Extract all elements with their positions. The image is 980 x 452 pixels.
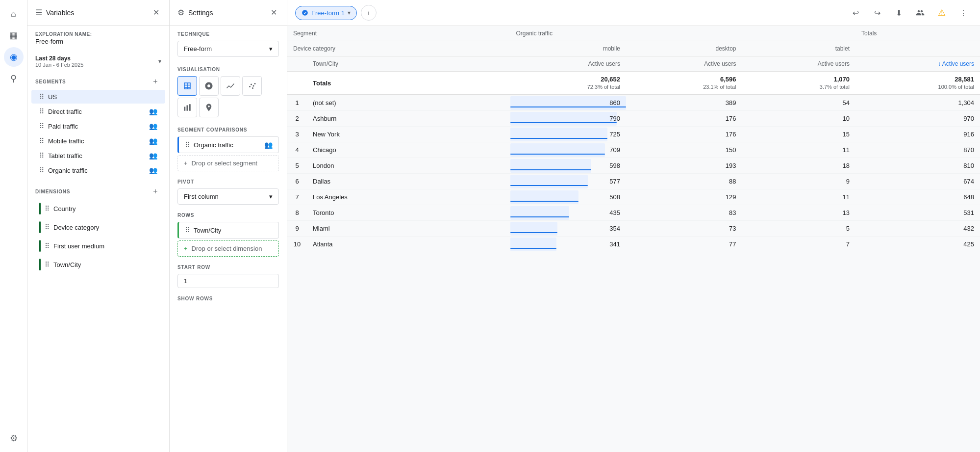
settings-gear-icon: ⚙ xyxy=(177,8,184,17)
header-active-users-desktop[interactable]: Active users xyxy=(626,56,742,72)
more-options-button[interactable]: ⋮ xyxy=(955,4,972,22)
vis-btn-geo[interactable] xyxy=(199,98,219,117)
pivot-section: PIVOT First column ▾ xyxy=(170,175,287,209)
segment-drag-icon: ⠿ xyxy=(39,137,44,145)
vis-btn-scatter[interactable] xyxy=(242,76,262,96)
share-button[interactable] xyxy=(911,4,929,22)
table-totals-row: Totals 20,652 72.3% of total 6,596 23.1%… xyxy=(287,72,980,95)
dimension-color-bar xyxy=(39,203,41,214)
row-city: London xyxy=(307,158,510,174)
date-range-selector[interactable]: Last 28 days 10 Jan - 6 Feb 2025 ▾ xyxy=(27,51,169,72)
row-desktop: 73 xyxy=(626,221,742,237)
row-dimension-town-city[interactable]: ⠿ Town/City xyxy=(177,222,279,239)
row-mobile: 598 xyxy=(510,158,626,174)
nav-gear[interactable]: ⚙ xyxy=(4,428,24,448)
totals-label: Totals xyxy=(307,72,510,95)
row-tablet: 11 xyxy=(742,189,855,205)
vis-btn-line[interactable] xyxy=(221,76,240,96)
drop-dimension-zone[interactable]: + Drop or select dimension xyxy=(177,240,279,257)
data-table: Segment Organic traffic Totals Device ca… xyxy=(287,26,980,252)
totals-desktop: 6,596 23.1% of total xyxy=(626,72,742,95)
vis-btn-bar[interactable] xyxy=(177,98,197,117)
warning-button[interactable]: ⚠ xyxy=(933,4,951,22)
tab-label: Free-form 1 xyxy=(311,9,345,17)
row-desktop: 193 xyxy=(626,158,742,174)
vis-btn-donut[interactable] xyxy=(199,76,219,96)
table-header-row-2: Device category mobile desktop tablet xyxy=(287,41,980,56)
dimension-item-town-city[interactable]: ⠿ Town/City xyxy=(31,256,165,273)
technique-dropdown[interactable]: Free-form ▾ xyxy=(177,41,279,57)
dimension-drag-icon: ⠿ xyxy=(45,205,50,213)
tab-free-form-1[interactable]: Free-form 1 ▾ xyxy=(295,6,357,20)
svg-point-4 xyxy=(254,83,256,84)
row-number: 1 xyxy=(287,95,307,111)
segment-item-direct-traffic[interactable]: ⠿ Direct traffic 👥 xyxy=(31,105,165,118)
dimension-drag-icon: ⠿ xyxy=(45,261,50,268)
dimension-item-device-category[interactable]: ⠿ Device category xyxy=(31,218,165,236)
header-active-users-mobile[interactable]: Active users xyxy=(510,56,626,72)
segment-comp-drag-icon: ⠿ xyxy=(185,141,190,149)
pivot-label: PIVOT xyxy=(177,179,279,185)
dimensions-section-header: DIMENSIONS + xyxy=(27,182,169,199)
header-organic-traffic: Organic traffic xyxy=(510,26,855,41)
row-total: 916 xyxy=(855,127,980,142)
header-segment: Segment xyxy=(287,26,510,41)
date-range-title: Last 28 days xyxy=(35,55,154,62)
rows-section: ROWS ⠿ Town/City + Drop or select dimens… xyxy=(170,209,287,261)
segment-drag-icon: ⠿ xyxy=(39,107,44,115)
segment-item-organic-traffic[interactable]: ⠿ Organic traffic 👥 xyxy=(31,163,165,177)
redo-button[interactable]: ↪ xyxy=(868,4,886,22)
row-total: 810 xyxy=(855,158,980,174)
nav-search[interactable]: ⚲ xyxy=(4,69,24,88)
drop-segment-zone[interactable]: + Drop or select segment xyxy=(177,155,279,171)
download-button[interactable]: ⬇ xyxy=(890,4,907,22)
row-total: 674 xyxy=(855,174,980,189)
settings-title-text: Settings xyxy=(188,9,213,17)
row-mobile: 709 xyxy=(510,142,626,158)
add-segment-button[interactable]: + xyxy=(150,76,161,87)
dimension-color-bar xyxy=(39,221,41,233)
segment-item-paid-traffic[interactable]: ⠿ Paid traffic 👥 xyxy=(31,119,165,133)
row-number: 4 xyxy=(287,142,307,158)
header-mobile: mobile xyxy=(510,41,626,56)
settings-panel-header: ⚙ Settings ✕ xyxy=(170,0,287,26)
row-total: 432 xyxy=(855,221,980,237)
header-active-users-total[interactable]: ↓ Active users xyxy=(855,56,980,72)
row-desktop: 176 xyxy=(626,127,742,142)
header-active-users-tablet[interactable]: Active users xyxy=(742,56,855,72)
nav-home[interactable]: ⌂ xyxy=(4,4,24,24)
vis-btn-table[interactable] xyxy=(177,76,197,96)
start-row-input[interactable] xyxy=(177,274,279,288)
exploration-name-value: Free-form xyxy=(35,38,161,45)
table-row: 5 London 598 193 18 810 xyxy=(287,158,980,174)
nav-bar-chart[interactable]: ▦ xyxy=(4,26,24,45)
show-rows-section: SHOW ROWS xyxy=(170,292,287,309)
dimensions-label: DIMENSIONS xyxy=(35,189,70,194)
undo-button[interactable]: ↩ xyxy=(847,4,864,22)
segment-drag-icon: ⠿ xyxy=(39,166,44,174)
totals-mobile: 20,652 72.3% of total xyxy=(510,72,626,95)
pivot-dropdown[interactable]: First column ▾ xyxy=(177,188,279,205)
technique-label: TECHNIQUE xyxy=(177,31,279,37)
header-town-city[interactable]: Town/City xyxy=(307,56,510,72)
add-dimension-button[interactable]: + xyxy=(150,186,161,197)
header-device-category: Device category xyxy=(287,41,510,56)
settings-close-button[interactable]: ✕ xyxy=(269,6,279,19)
segment-item-mobile-traffic[interactable]: ⠿ Mobile traffic 👥 xyxy=(31,134,165,148)
row-desktop: 176 xyxy=(626,111,742,127)
segment-item-us[interactable]: ⠿ US xyxy=(31,90,165,104)
row-tablet: 5 xyxy=(742,221,855,237)
variables-close-button[interactable]: ✕ xyxy=(151,6,161,19)
users-icon: 👥 xyxy=(149,107,157,115)
technique-dropdown-chevron: ▾ xyxy=(269,45,273,53)
row-number: 8 xyxy=(287,205,307,221)
segment-item-tablet-traffic[interactable]: ⠿ Tablet traffic 👥 xyxy=(31,149,165,162)
nav-explore[interactable]: ◉ xyxy=(4,47,24,67)
dimension-item-first-user-medium[interactable]: ⠿ First user medium xyxy=(31,237,165,255)
dimension-item-country[interactable]: ⠿ Country xyxy=(31,200,165,217)
row-mobile: 354 xyxy=(510,221,626,237)
header-desktop: desktop xyxy=(626,41,742,56)
segment-comparison-organic-traffic[interactable]: ⠿ Organic traffic 👥 xyxy=(177,136,279,153)
table-row: 8 Toronto 435 83 13 531 xyxy=(287,205,980,221)
add-tab-button[interactable]: + xyxy=(361,5,377,21)
